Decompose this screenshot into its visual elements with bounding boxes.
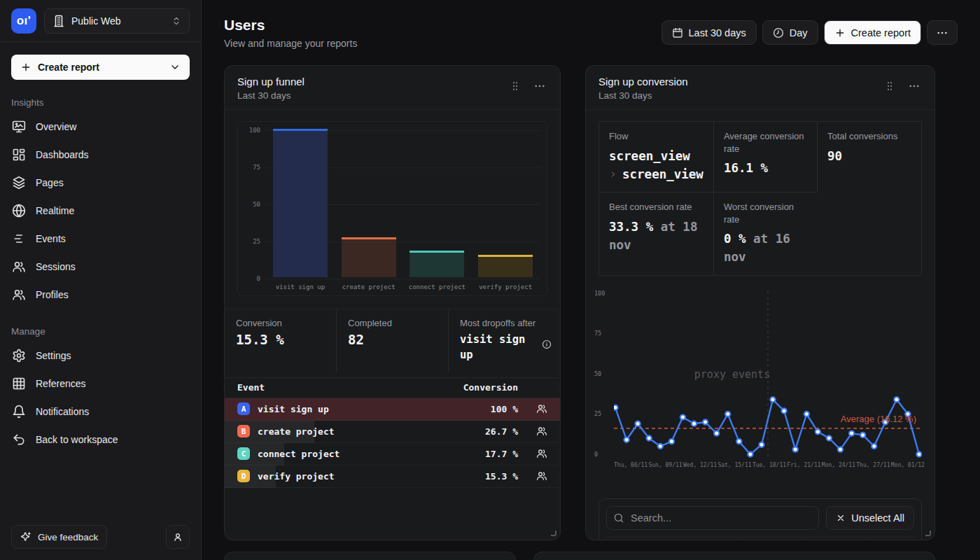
search-icon xyxy=(613,512,624,524)
sidebar-item-label: Profiles xyxy=(36,289,69,300)
ellipsis-icon xyxy=(908,80,920,92)
sidebar-item-sessions[interactable]: Sessions xyxy=(0,253,201,281)
users-icon[interactable] xyxy=(536,426,547,437)
card-menu-button[interactable] xyxy=(904,76,925,99)
bar-slot xyxy=(266,130,335,277)
interval-button[interactable]: Day xyxy=(762,20,818,45)
flow-step-2: screen_view xyxy=(622,165,704,183)
event-row-visit-sign-up[interactable]: Avisit sign up100 % xyxy=(225,398,560,421)
sidebar-item-references[interactable]: References xyxy=(0,370,201,398)
drag-handle[interactable] xyxy=(505,76,525,99)
event-row-connect-project[interactable]: Cconnect project17.7 % xyxy=(225,443,560,465)
event-selector-box: Unselect All xyxy=(598,498,922,540)
y-axis-tick: 0 xyxy=(242,275,260,282)
y-axis-tick: 25 xyxy=(242,238,260,245)
y-axis-tick: 50 xyxy=(242,201,260,208)
sidebar-item-back-to-workspace[interactable]: Back to workspace xyxy=(0,426,201,454)
sidebar-item-label: Sessions xyxy=(36,261,76,272)
sidebar-create-report-button[interactable]: Create report xyxy=(11,55,190,80)
sidebar-top: oı' Public Web xyxy=(0,0,201,42)
pages-icon xyxy=(12,176,26,190)
funnel-bar-verify-project[interactable] xyxy=(478,255,533,277)
stat-label: Completed xyxy=(348,318,437,328)
bar-slot xyxy=(403,130,472,277)
x-axis-tick: Sat, 15/11 xyxy=(718,462,751,468)
x-axis-tick: Mon, 01/12 xyxy=(891,462,925,468)
sidebar-item-pages[interactable]: Pages xyxy=(0,169,201,197)
funnel-bar-connect-project[interactable] xyxy=(410,251,464,277)
sidebar-item-settings[interactable]: Settings xyxy=(0,342,201,370)
funnel-bars xyxy=(266,130,540,277)
funnel-bar-visit-sign-up[interactable] xyxy=(273,129,328,277)
users-icon[interactable] xyxy=(536,403,547,414)
profile-button[interactable] xyxy=(166,525,190,549)
more-options-button[interactable] xyxy=(927,20,958,45)
card-subtitle: Last 30 days xyxy=(598,90,688,101)
resize-handle[interactable] xyxy=(551,531,556,536)
stat-value: screen_view screen_view xyxy=(609,147,704,184)
bar-slot xyxy=(471,130,540,277)
user-icon xyxy=(172,531,183,542)
stat-flow: Flow screen_view screen_view xyxy=(599,122,714,192)
event-row-verify-project[interactable]: Dverify project15.3 % xyxy=(225,465,560,488)
users-icon xyxy=(12,288,26,302)
stat-value: 15.3 % xyxy=(236,332,325,347)
clock-icon xyxy=(773,27,784,38)
stat-label: Flow xyxy=(609,130,704,143)
gridline xyxy=(266,279,540,279)
card-menu-button[interactable] xyxy=(529,76,550,99)
x-icon xyxy=(836,513,846,523)
event-row-actions xyxy=(518,448,547,459)
stat-value: 0 % at 16 nov xyxy=(724,230,808,267)
sidebar-item-profiles[interactable]: Profiles xyxy=(0,281,201,309)
unselect-all-button[interactable]: Unselect All xyxy=(826,506,914,530)
x-axis-tick: Thu, 06/11 xyxy=(614,462,648,468)
section-label-manage: Manage xyxy=(11,326,190,337)
sidebar-item-notifications[interactable]: Notifications xyxy=(0,398,201,426)
event-badge: C xyxy=(237,447,250,460)
sidebar-item-dashboards[interactable]: Dashboards xyxy=(0,141,201,169)
grip-vertical-icon xyxy=(884,80,895,92)
sidebar-item-label: Notifications xyxy=(36,406,89,417)
x-axis-tick: Tue, 18/11 xyxy=(752,462,786,468)
y-axis-tick: 75 xyxy=(594,330,611,337)
stat-label: Average conversion rate xyxy=(724,130,807,155)
stat-best-rate: Best conversion rate 33.3 % at 18 nov xyxy=(599,192,714,275)
app-logo[interactable]: oı' xyxy=(11,8,36,34)
users-icon[interactable] xyxy=(536,470,547,482)
stat-label: Conversion xyxy=(236,318,325,328)
search-input[interactable] xyxy=(606,506,819,530)
conversion-line-chart: 0255075100proxy eventsAverage (16.12 %)T… xyxy=(598,286,922,473)
x-axis-tick: Thu, 27/11 xyxy=(856,462,890,468)
drag-handle[interactable] xyxy=(880,76,899,99)
users-icon xyxy=(12,260,26,274)
create-report-label: Create report xyxy=(38,62,99,73)
section-label-insights: Insights xyxy=(11,97,190,108)
event-row-create-project[interactable]: Bcreate project26.7 % xyxy=(225,421,560,443)
sidebar-item-label: References xyxy=(36,378,86,389)
event-name: visit sign up xyxy=(258,404,491,414)
x-axis-tick: Fri, 21/11 xyxy=(787,462,820,468)
create-report-button[interactable]: Create report xyxy=(824,20,921,45)
sidebar-item-overview[interactable]: Overview xyxy=(0,113,201,141)
resize-handle[interactable] xyxy=(925,531,931,536)
funnel-bar-create-project[interactable] xyxy=(342,237,396,277)
date-range-button[interactable]: Last 30 days xyxy=(662,20,757,45)
users-icon[interactable] xyxy=(536,448,547,459)
chevron-right-icon xyxy=(609,170,617,178)
sidebar-item-events[interactable]: Events xyxy=(0,225,201,253)
grip-vertical-icon xyxy=(510,80,521,92)
give-feedback-button[interactable]: Give feedback xyxy=(11,525,107,549)
x-axis-labels: Thu, 06/11Sun, 09/11Wed, 12/11Sat, 15/11… xyxy=(614,462,925,468)
info-icon[interactable] xyxy=(542,340,552,349)
stat-empty-cell xyxy=(818,192,921,275)
ellipsis-icon xyxy=(533,80,546,92)
workspace-selector[interactable]: Public Web xyxy=(44,8,190,34)
funnel-report-card: Sign up funnel Last 30 days 0255075100vi… xyxy=(224,65,561,540)
x-axis-tick: verify project xyxy=(471,284,540,290)
y-axis-tick: 100 xyxy=(594,290,611,297)
sidebar-item-realtime[interactable]: Realtime xyxy=(0,197,201,225)
sidebar-nav: InsightsOverviewDashboardsPagesRealtimeE… xyxy=(0,80,201,454)
settings-icon xyxy=(12,349,26,363)
event-row-actions xyxy=(518,403,547,414)
